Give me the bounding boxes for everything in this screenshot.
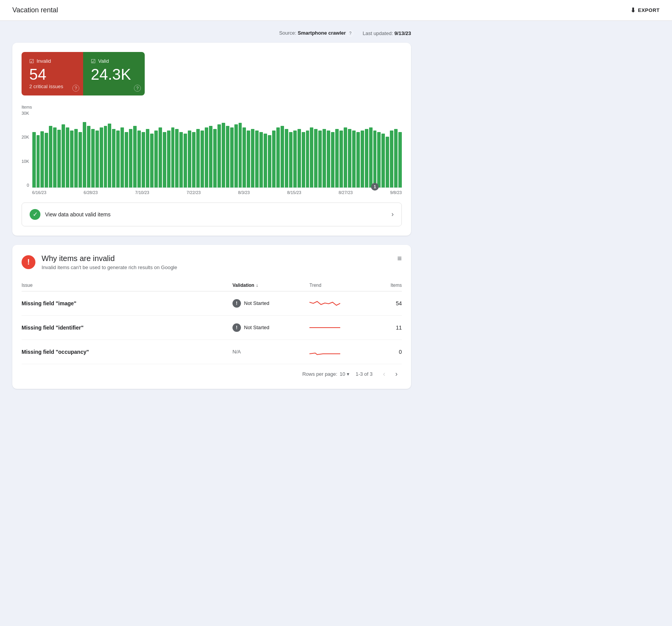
chart-bar bbox=[40, 131, 44, 187]
chart-bar bbox=[146, 129, 149, 187]
chart-bar bbox=[150, 134, 154, 187]
chart-bar bbox=[247, 131, 250, 187]
valid-label: ☑ Valid bbox=[91, 58, 137, 64]
chart-bar bbox=[175, 129, 179, 187]
export-label: EXPORT bbox=[638, 7, 660, 13]
chart-bar bbox=[66, 127, 69, 187]
stats-row: ☑ Invalid 54 2 critical issues ? ☑ Valid… bbox=[22, 52, 402, 95]
chart-bar bbox=[318, 131, 322, 187]
chart-bar bbox=[381, 134, 385, 187]
chart-bar bbox=[116, 131, 120, 187]
valid-items-text: View data about valid items bbox=[45, 211, 110, 218]
chart-bar bbox=[100, 127, 103, 187]
filter-icon[interactable]: ≡ bbox=[397, 254, 402, 263]
items-count: 11 bbox=[371, 325, 402, 331]
export-button[interactable]: ⬇ EXPORT bbox=[630, 7, 660, 14]
valid-stat-box: ☑ Valid 24.3K ? bbox=[83, 52, 145, 95]
invalid-check-icon: ☑ bbox=[29, 58, 34, 64]
chart-bar bbox=[361, 131, 364, 187]
chart-bar bbox=[217, 124, 221, 187]
chart-bar bbox=[83, 122, 86, 187]
items-count: 54 bbox=[371, 300, 402, 306]
chart-bar bbox=[302, 132, 305, 187]
chart-bar bbox=[62, 124, 65, 187]
prev-page-button: ‹ bbox=[379, 369, 389, 380]
invalid-section: ! Why items are invalid Invalid items ca… bbox=[12, 245, 411, 389]
chart-bar bbox=[163, 132, 166, 187]
table-row: Missing field "occupancy" N/A 0 bbox=[22, 340, 402, 364]
chart-bar bbox=[37, 135, 40, 187]
section-header: ! Why items are invalid Invalid items ca… bbox=[22, 254, 402, 270]
trend-chart bbox=[309, 322, 340, 333]
chart-bar bbox=[268, 135, 271, 187]
next-page-button[interactable]: › bbox=[391, 369, 402, 380]
trend-cell bbox=[309, 322, 371, 333]
rows-select[interactable]: 10 ▾ bbox=[339, 371, 349, 377]
error-circle-icon: ! bbox=[22, 255, 35, 269]
table-header: Issue Validation ↓ Trend Items bbox=[22, 280, 402, 291]
chart-bar bbox=[344, 127, 347, 187]
page-title: Vacation rental bbox=[12, 6, 58, 14]
validation-badge: ! Not Started bbox=[232, 323, 309, 332]
chart-bar bbox=[306, 131, 309, 187]
source-bar: Source: Smartphone crawler ? Last update… bbox=[12, 30, 411, 37]
valid-help-icon[interactable]: ? bbox=[134, 85, 141, 92]
source-label: Source: Smartphone crawler ? bbox=[279, 30, 353, 37]
col-validation[interactable]: Validation ↓ bbox=[232, 283, 309, 288]
chart-bar bbox=[222, 123, 225, 187]
section-title: Why items are invalid bbox=[42, 254, 177, 263]
invalid-label: ☑ Invalid bbox=[29, 58, 75, 64]
chart-bar bbox=[394, 129, 398, 187]
chart-bar bbox=[171, 127, 175, 187]
chart-bar bbox=[259, 132, 263, 187]
chart-bar bbox=[293, 131, 297, 187]
valid-items-button[interactable]: ✓ View data about valid items › bbox=[22, 203, 402, 226]
chart-bar bbox=[339, 131, 343, 187]
validation-badge: ! Not Started bbox=[232, 299, 309, 308]
col-trend: Trend bbox=[309, 283, 371, 288]
trend-chart bbox=[309, 346, 340, 358]
source-help-icon[interactable]: ? bbox=[347, 30, 353, 37]
chart-bar bbox=[234, 124, 238, 187]
chart-bar bbox=[230, 127, 234, 187]
pagination-row: Rows per page: 10 ▾ 1-3 of 3 ‹ › bbox=[22, 364, 402, 380]
valid-number: 24.3K bbox=[91, 67, 137, 82]
page-nav: ‹ › bbox=[379, 369, 402, 380]
chart-bar bbox=[276, 127, 280, 187]
export-icon: ⬇ bbox=[630, 7, 636, 14]
chart-bar bbox=[251, 129, 254, 187]
page-info: 1-3 of 3 bbox=[356, 371, 373, 377]
chart-bar bbox=[264, 134, 267, 187]
chart-bar bbox=[314, 129, 318, 187]
chart-bar bbox=[137, 131, 141, 187]
chart-x-labels: 6/16/23 6/28/23 7/10/23 7/22/23 8/3/23 8… bbox=[32, 190, 402, 195]
chart-bar bbox=[377, 132, 381, 187]
rows-dropdown-icon: ▾ bbox=[347, 371, 349, 377]
chart-bar bbox=[272, 131, 276, 187]
invalid-help-icon[interactable]: ? bbox=[72, 85, 79, 92]
chart-bar bbox=[87, 126, 90, 187]
chart-bar bbox=[91, 129, 95, 187]
issue-name: Missing field "image" bbox=[22, 300, 232, 306]
chart-bar bbox=[323, 129, 326, 187]
chart-bar bbox=[125, 132, 128, 187]
chart-bar bbox=[331, 132, 334, 187]
valid-check-circle: ✓ bbox=[30, 209, 40, 220]
trend-cell bbox=[309, 298, 371, 309]
rows-per-page: Rows per page: 10 ▾ bbox=[302, 371, 349, 377]
chart-bar bbox=[335, 129, 339, 187]
rows-per-page-value: 10 bbox=[339, 371, 345, 377]
chart-bar bbox=[53, 127, 57, 187]
validation-na: N/A bbox=[232, 349, 241, 355]
chart-bar bbox=[390, 131, 393, 187]
chart-bar bbox=[327, 131, 330, 187]
main-chart-card: ☑ Invalid 54 2 critical issues ? ☑ Valid… bbox=[12, 43, 411, 236]
issue-name: Missing field "occupancy" bbox=[22, 349, 232, 355]
header: Vacation rental ⬇ EXPORT bbox=[0, 0, 672, 21]
chart-bar bbox=[369, 127, 373, 187]
chart-bar bbox=[356, 132, 360, 187]
chart-bar bbox=[45, 133, 48, 187]
chart-bar bbox=[142, 132, 145, 187]
trend-cell bbox=[309, 346, 371, 358]
chart-area: Items 30K 20K 10K 0 1 6/16/23 6/28/23 7/… bbox=[22, 105, 402, 195]
